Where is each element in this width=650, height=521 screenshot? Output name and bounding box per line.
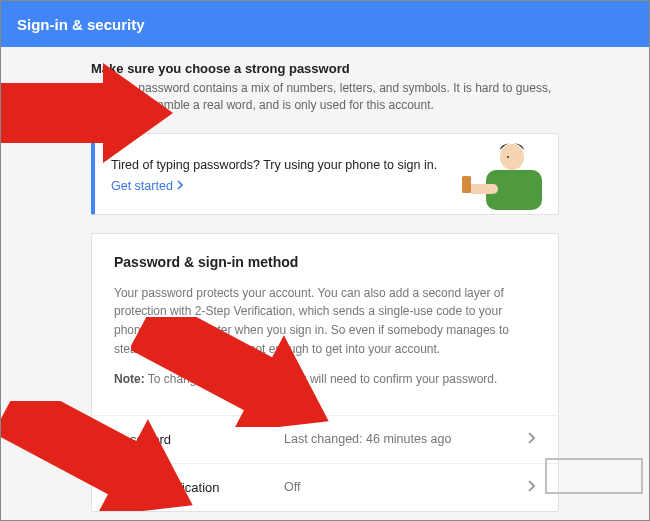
main-content: Make sure you choose a strong password A… xyxy=(1,47,649,512)
signin-method-title: Password & sign-in method xyxy=(114,254,536,270)
two-step-row-label: 2-Step Verification xyxy=(114,480,284,495)
password-row-value: Last changed: 46 minutes ago xyxy=(284,432,528,446)
password-row-label: Password xyxy=(114,432,284,447)
page-title: Sign-in & security xyxy=(17,16,145,33)
signin-method-panel: Password & sign-in method Your password … xyxy=(91,233,559,512)
get-started-label: Get started xyxy=(111,179,173,193)
chevron-right-icon xyxy=(177,179,185,193)
password-row[interactable]: Password Last changed: 46 minutes ago xyxy=(92,415,558,463)
phone-signin-card: Tired of typing passwords? Try using you… xyxy=(91,133,559,215)
signin-method-body: Password & sign-in method Your password … xyxy=(92,234,558,415)
two-step-row-value: Off xyxy=(284,480,528,494)
svg-rect-3 xyxy=(462,176,471,193)
note-rest: To change these settings, you will need … xyxy=(145,372,498,386)
person-phone-illustration xyxy=(460,140,550,214)
watermark-box xyxy=(545,458,643,494)
chevron-right-icon xyxy=(528,480,536,495)
svg-rect-2 xyxy=(468,184,498,194)
signin-method-note: Note: To change these settings, you will… xyxy=(114,370,536,389)
intro-body: A strong password contains a mix of numb… xyxy=(91,80,559,115)
get-started-link[interactable]: Get started xyxy=(111,179,185,193)
header-bar: Sign-in & security xyxy=(1,1,649,47)
svg-point-0 xyxy=(500,144,524,170)
strong-password-intro: Make sure you choose a strong password A… xyxy=(91,61,559,115)
svg-point-4 xyxy=(507,156,509,158)
signin-method-desc: Your password protects your account. You… xyxy=(114,284,536,358)
two-step-row[interactable]: 2-Step Verification Off xyxy=(92,463,558,511)
intro-heading: Make sure you choose a strong password xyxy=(91,61,559,76)
note-prefix: Note: xyxy=(114,372,145,386)
chevron-right-icon xyxy=(528,432,536,447)
